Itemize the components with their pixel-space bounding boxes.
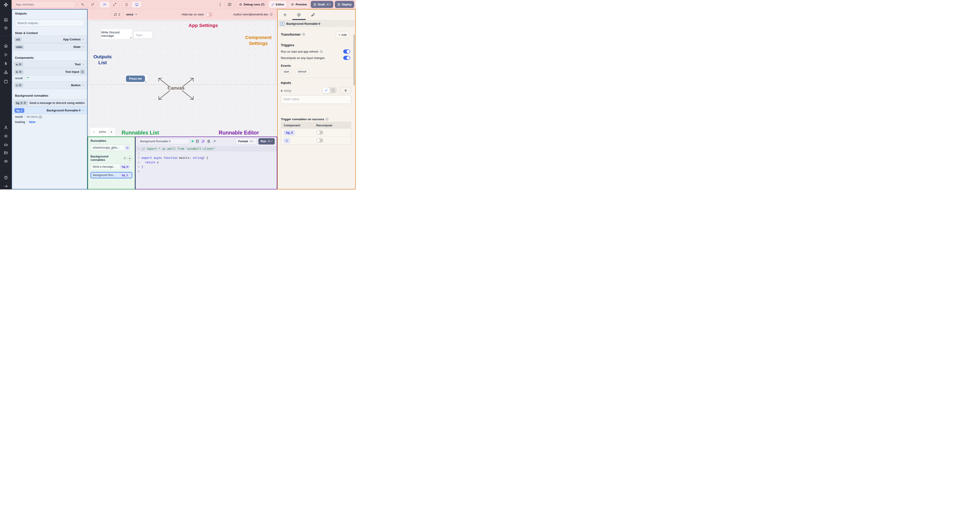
output-row-state[interactable]: state State bbox=[12, 43, 87, 51]
bg0-recompute-toggle[interactable] bbox=[316, 130, 323, 135]
code-line[interactable]: 5} bbox=[136, 165, 277, 169]
code-line[interactable]: 6 bbox=[136, 169, 277, 174]
kebab-menu-icon[interactable]: ⋮ bbox=[217, 2, 223, 7]
c-recompute-toggle[interactable] bbox=[316, 138, 323, 142]
schedule-mode-value: once bbox=[126, 13, 134, 16]
folders-icon[interactable] bbox=[4, 151, 8, 155]
left-nav-rail: $ bbox=[0, 0, 11, 189]
add-transformer-button[interactable]: + Add bbox=[336, 31, 349, 38]
settings-gear-icon[interactable] bbox=[4, 134, 8, 138]
output-row-bg1[interactable]: bg_1 Background Runnable 0 bbox=[12, 107, 87, 114]
variables-dollar-icon[interactable]: $ bbox=[4, 62, 8, 65]
info-icon[interactable] bbox=[326, 118, 328, 121]
runnable-item-bg0[interactable]: Send a message... bg_0 bbox=[91, 164, 132, 170]
add-background-runnable-button[interactable]: + bbox=[127, 156, 132, 161]
users-icon[interactable] bbox=[4, 126, 8, 129]
undo-button[interactable] bbox=[78, 2, 88, 8]
mobile-view-button[interactable] bbox=[122, 2, 132, 8]
info-icon[interactable] bbox=[302, 33, 305, 36]
desktop-view-button[interactable] bbox=[132, 2, 142, 8]
debug-runs-button[interactable]: Debug runs (7) bbox=[236, 1, 267, 8]
docs-button[interactable] bbox=[224, 1, 235, 8]
tab-component-settings[interactable] bbox=[297, 13, 301, 17]
eval-mode-button[interactable]: ƒ bbox=[329, 88, 336, 93]
tab-styling[interactable] bbox=[311, 13, 315, 17]
static-value-textarea[interactable] bbox=[281, 95, 351, 104]
recompute-toggle[interactable] bbox=[343, 56, 350, 60]
b-type-label: Text Input bbox=[65, 70, 79, 73]
text-component-discord-label[interactable]: Write Discord message: bbox=[101, 29, 132, 39]
output-row-a[interactable]: a Text bbox=[12, 60, 87, 68]
output-row-ctx[interactable]: ctx App Context bbox=[12, 36, 87, 43]
ai-wand-icon[interactable] bbox=[201, 140, 205, 143]
tab-preview[interactable]: Preview bbox=[288, 1, 309, 8]
runnable-name-input[interactable] bbox=[138, 138, 189, 144]
background-runnables-header: Background runnables + bbox=[91, 155, 132, 162]
info-icon[interactable] bbox=[270, 13, 273, 16]
refresh-count-button[interactable]: 2 bbox=[111, 11, 123, 18]
eye-icon bbox=[291, 3, 294, 6]
audit-eye-icon[interactable] bbox=[4, 159, 8, 163]
runnable-item-script[interactable]: u/henri/scrape_githu... c bbox=[91, 145, 132, 151]
c-badge[interactable]: c bbox=[284, 138, 290, 143]
resources-boxes-icon[interactable] bbox=[4, 70, 8, 75]
bg0-badge[interactable]: bg_0 bbox=[284, 130, 295, 135]
zoom-out-button[interactable]: − bbox=[90, 127, 97, 136]
runnable-item-bg1-selected[interactable]: Background Run... bg_1 bbox=[91, 172, 132, 178]
chevron-up-button[interactable] bbox=[80, 70, 84, 74]
hide-bar-toggle[interactable] bbox=[205, 13, 213, 17]
text-input-component[interactable] bbox=[134, 31, 153, 39]
output-row-bg0[interactable]: bg_0 Send a message to discord using web… bbox=[12, 99, 87, 107]
settings-scrollbar[interactable] bbox=[353, 35, 355, 86]
info-icon[interactable] bbox=[123, 157, 126, 159]
schedules-calendar-icon[interactable] bbox=[4, 80, 8, 83]
draft-button[interactable]: Draft ⌘S bbox=[311, 1, 333, 8]
home-icon[interactable] bbox=[4, 44, 8, 48]
code-line[interactable]: 4 return x bbox=[136, 160, 277, 165]
schedule-mode-dropdown[interactable]: once bbox=[126, 11, 138, 18]
runs-play-icon[interactable] bbox=[4, 53, 8, 57]
collapse-arrow-icon[interactable] bbox=[4, 184, 8, 188]
code-line[interactable]: 3export async function main(x: string) { bbox=[136, 156, 277, 160]
cache-database-icon[interactable] bbox=[196, 140, 199, 143]
result-key: result bbox=[15, 77, 23, 80]
output-row-b[interactable]: b Text Input bbox=[12, 68, 87, 76]
zoom-in-button[interactable]: + bbox=[108, 128, 115, 136]
redo-button[interactable] bbox=[88, 2, 97, 8]
recompute-row: Recompute on any input changes bbox=[281, 56, 350, 60]
windmill-logo-icon[interactable] bbox=[3, 2, 9, 8]
script-badge: c bbox=[125, 146, 130, 150]
col-component: Component bbox=[281, 124, 316, 127]
static-mode-button[interactable] bbox=[323, 88, 329, 93]
run-button[interactable]: Run ⌘⏎ bbox=[258, 138, 275, 145]
bg1-item-badge: bg_1 bbox=[120, 173, 130, 177]
connect-input-button[interactable] bbox=[340, 87, 351, 94]
run-on-start-toggle[interactable] bbox=[343, 49, 350, 54]
input-mode-segmented-control: ƒ bbox=[322, 87, 337, 94]
search-outputs-input[interactable] bbox=[15, 19, 84, 27]
resize-handle[interactable] bbox=[145, 81, 146, 83]
app-summary-input[interactable] bbox=[13, 1, 76, 8]
info-icon[interactable] bbox=[320, 50, 323, 53]
code-lines[interactable]: 1// import * as wmill from "windmill-cli… bbox=[136, 145, 277, 174]
workspace-board-icon[interactable] bbox=[4, 18, 8, 22]
press-me-button[interactable]: Press me bbox=[126, 76, 145, 82]
workers-robot-icon[interactable] bbox=[4, 143, 8, 147]
tab-insert-component[interactable] bbox=[283, 13, 287, 17]
code-line[interactable]: 1// import * as wmill from "windmill-cli… bbox=[136, 146, 277, 151]
output-row-c[interactable]: c Button bbox=[12, 81, 87, 89]
star-icon[interactable] bbox=[4, 26, 8, 30]
deploy-button[interactable]: Deploy bbox=[335, 1, 354, 8]
tab-editor[interactable]: Editor bbox=[269, 1, 287, 8]
format-button[interactable]: Format ⌘S bbox=[236, 138, 256, 145]
expand-editor-icon[interactable] bbox=[213, 140, 216, 143]
help-icon[interactable] bbox=[4, 176, 8, 180]
trash-icon[interactable] bbox=[207, 140, 210, 143]
editor-label: Editor bbox=[276, 3, 285, 6]
canvas-zoom-control: − 100% + bbox=[90, 127, 116, 137]
app-canvas[interactable]: App Settings Write Discord message: Comp… bbox=[88, 20, 277, 137]
code-line[interactable]: 2 bbox=[136, 151, 277, 156]
resize-handle[interactable] bbox=[130, 37, 131, 38]
fullscreen-button[interactable] bbox=[110, 2, 119, 8]
align-center-button[interactable] bbox=[100, 2, 110, 8]
